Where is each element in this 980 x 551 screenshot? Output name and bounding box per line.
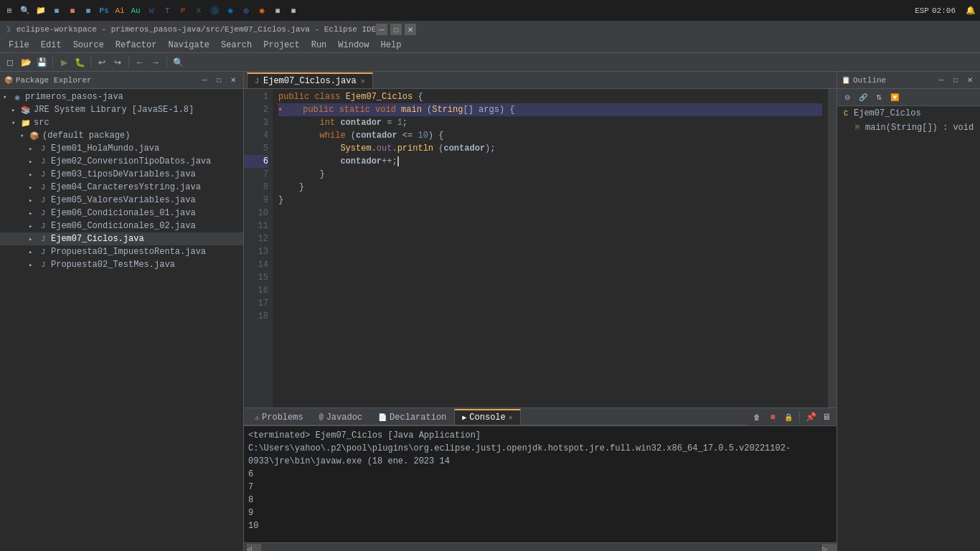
clock: 02:06 (932, 6, 961, 15)
redo-button[interactable]: ↪ (110, 55, 125, 70)
arrow-ejem06-02: ▸ (29, 222, 37, 230)
tree-item-ejem03[interactable]: ▸ J Ejem03_tiposDeVariables.java (0, 168, 243, 181)
taskbar-icon-audition[interactable]: Au (129, 4, 142, 17)
outline-method-item[interactable]: M main(String[]) : void (837, 121, 980, 135)
outline-minimize[interactable]: ─ (936, 75, 947, 86)
taskbar-icon-misc[interactable]: ◼ (271, 4, 284, 17)
tree-item-ejem02[interactable]: ▸ J Ejem02_ConversionTipoDatos.java (0, 155, 243, 168)
maximize-button[interactable]: □ (390, 24, 402, 35)
toolbar-sep-1 (52, 57, 53, 68)
start-icon[interactable]: ⊞ (3, 4, 16, 17)
menu-file[interactable]: File (3, 39, 35, 52)
taskbar-icon-2[interactable]: ◼ (66, 4, 79, 17)
outline-filter-btn[interactable]: 🔽 (887, 90, 902, 105)
explorer-close[interactable]: ✕ (227, 75, 239, 86)
tree-item-ejem01[interactable]: ▸ J Ejem01_HolaMundo.java (0, 142, 243, 155)
tree-item-ejem07[interactable]: ▸ J Ejem07_Ciclos.java (0, 232, 243, 245)
menu-edit[interactable]: Edit (35, 39, 67, 52)
taskbar-icon-3[interactable]: ◼ (82, 4, 95, 17)
outline-close[interactable]: ✕ (964, 75, 976, 86)
menu-project[interactable]: Project (258, 39, 305, 52)
search-icon[interactable]: 🔍 (19, 4, 32, 17)
console-output-8: 8 (248, 494, 832, 507)
open-console-button[interactable]: 🖥 (819, 410, 834, 424)
menu-window[interactable]: Window (332, 39, 374, 52)
java-file-icon-5: J (37, 194, 49, 206)
explorer-maximize[interactable]: □ (213, 75, 225, 86)
debug-button[interactable]: 🐛 (72, 55, 87, 70)
horizontal-scrollbar-track[interactable] (261, 545, 822, 550)
menu-help[interactable]: Help (375, 39, 407, 52)
browser-icon[interactable]: ◉ (224, 4, 237, 17)
code-content[interactable]: public class Ejem07_Ciclos { ● public st… (273, 89, 828, 408)
taskbar-icon-photoshop[interactable]: Ps (98, 4, 110, 17)
taskbar-icon-word[interactable]: W (145, 4, 158, 17)
bottom-tab-console[interactable]: ▶ Console ✕ (454, 409, 520, 425)
file-explorer-icon[interactable]: 📁 (34, 4, 47, 17)
tab-close-button[interactable]: ✕ (361, 77, 365, 85)
editor-scrollbar[interactable] (828, 89, 837, 408)
menu-refactor[interactable]: Refactor (110, 39, 163, 52)
close-button[interactable]: ✕ (405, 24, 416, 35)
taskbar-icon-illustrator[interactable]: Ai (113, 4, 126, 17)
save-button[interactable]: 💾 (34, 55, 49, 70)
undo-button[interactable]: ↩ (95, 55, 109, 70)
console-clear-button[interactable]: 🗑 (750, 410, 764, 424)
bottom-tab-problems[interactable]: ⚠ Problems (247, 409, 311, 425)
search-toolbar-button[interactable]: 🔍 (171, 55, 185, 70)
toolbar: ◻ 📂 💾 ▶ 🐛 ↩ ↪ ← → 🔍 (0, 53, 980, 72)
tree-item-project[interactable]: ▾ ◉ primeros_pasos-java (0, 90, 243, 103)
tree-item-default-package[interactable]: ▾ 📦 (default package) (0, 129, 243, 142)
explorer-tree[interactable]: ▾ ◉ primeros_pasos-java ▸ 📚 JRE System L… (0, 89, 243, 551)
tree-item-propuesta02[interactable]: ▸ J Propuesta02_TestMes.java (0, 258, 243, 271)
tree-item-ejem06-02[interactable]: ▸ J Ejem06_Condicionales_02.java (0, 220, 243, 232)
forward-button[interactable]: → (149, 55, 163, 70)
bottom-tab-declaration[interactable]: 📄 Declaration (370, 409, 454, 425)
taskbar-icon-ppt[interactable]: P (176, 4, 189, 17)
editor-tab-ejem07[interactable]: J Ejem07_Ciclos.java ✕ (247, 72, 373, 88)
horizontal-scroll-right[interactable]: ▷ (822, 544, 837, 551)
console-close-button[interactable]: ✕ (509, 413, 513, 422)
menu-search[interactable]: Search (215, 39, 258, 52)
outline-collapse-btn[interactable]: ⊖ (840, 90, 854, 105)
horizontal-scroll-left[interactable]: ◁ (247, 544, 261, 551)
console-stop-button[interactable]: ■ (765, 410, 780, 424)
outline-class-item[interactable]: C Ejem07_Ciclos (837, 106, 980, 121)
tree-item-ejem04[interactable]: ▸ J Ejem04_CaracteresYstring.java (0, 181, 243, 194)
outline-sort-btn[interactable]: ⇅ (872, 90, 886, 105)
tree-item-jre[interactable]: ▸ 📚 JRE System Library [JavaSE-1.8] (0, 103, 243, 116)
titlebar: ☽ eclipse-workspace - primeros_pasos-jav… (0, 22, 980, 37)
bottom-tab-javadoc[interactable]: @ Javadoc (311, 409, 370, 425)
menu-navigate[interactable]: Navigate (162, 39, 215, 52)
explorer-header: 📦 Package Explorer ─ □ ✕ (0, 72, 243, 89)
menu-run[interactable]: Run (306, 39, 333, 52)
explorer-minimize[interactable]: ─ (199, 75, 210, 86)
outline-link-btn[interactable]: 🔗 (856, 90, 870, 105)
chrome-icon[interactable]: ◎ (240, 4, 253, 17)
taskbar-icon-excel[interactable]: X (192, 4, 205, 17)
code-editor[interactable]: 1 2 3 4 5 6 7 8 9 10 11 12 13 14 (244, 89, 837, 408)
eclipse-icon[interactable]: 🌑 (208, 4, 221, 17)
tree-item-ejem06-01[interactable]: ▸ J Ejem06_Condicionales_01.java (0, 207, 243, 220)
taskbar-icon-teams[interactable]: T (161, 4, 174, 17)
tree-item-src[interactable]: ▾ 📁 src (0, 116, 243, 129)
pin-console-button[interactable]: 📌 (804, 410, 818, 424)
back-button[interactable]: ← (133, 55, 147, 70)
firefox-icon[interactable]: ◉ (255, 4, 268, 17)
github-icon[interactable]: ◼ (287, 4, 300, 17)
arrow-ejem02: ▸ (29, 158, 37, 166)
new-button[interactable]: ◻ (3, 55, 17, 70)
library-icon: 📚 (20, 104, 32, 116)
minimize-button[interactable]: ─ (376, 24, 387, 35)
run-button[interactable]: ▶ (57, 55, 71, 70)
bottom-panel-toolbar: 🗑 ■ 🔒 📌 🖥 (747, 408, 837, 425)
console-scroll-lock[interactable]: 🔒 (781, 410, 796, 424)
tab-java-icon: J (255, 77, 259, 85)
outline-maximize[interactable]: □ (950, 75, 961, 86)
tree-item-ejem05[interactable]: ▸ J Ejem05_ValoresVariables.java (0, 194, 243, 207)
tree-item-propuesta01[interactable]: ▸ J Propuesta01_ImpuestoRenta.java (0, 245, 243, 258)
menu-source[interactable]: Source (67, 39, 110, 52)
notification-icon[interactable]: 🔔 (964, 4, 977, 17)
taskbar-icon-1[interactable]: ◼ (50, 4, 63, 17)
open-button[interactable]: 📂 (19, 55, 33, 70)
